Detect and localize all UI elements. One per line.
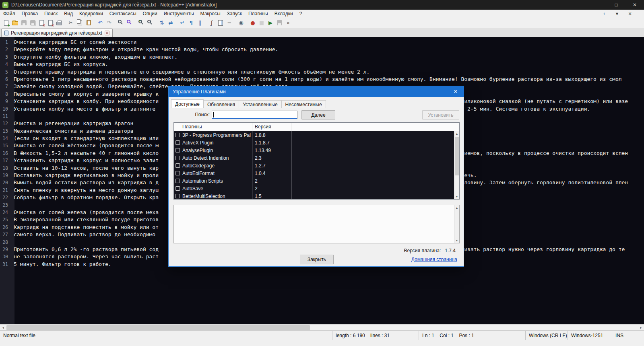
tab-list-button[interactable]: ▼: [614, 11, 620, 16]
scroll-down-arrow-icon[interactable]: [454, 194, 459, 199]
line-number: 26: [0, 224, 11, 231]
scroll-up-arrow-icon[interactable]: [454, 131, 459, 136]
replace-icon[interactable]: [125, 19, 134, 27]
file-tab[interactable]: Регенерация картриджей для гейзера.txt ✕: [1, 29, 113, 37]
plugin-checkbox[interactable]: [175, 186, 180, 191]
plugin-search-input[interactable]: [212, 111, 297, 119]
print-icon[interactable]: [55, 19, 64, 27]
save-macro-icon[interactable]: [275, 19, 284, 27]
monitoring-icon[interactable]: ◉: [237, 19, 246, 27]
tab-close-icon[interactable]: ✕: [105, 31, 109, 35]
toolbar-separator: [204, 19, 207, 27]
zoom-out-icon[interactable]: [146, 19, 155, 27]
dialog-tab-0[interactable]: Доступные: [171, 99, 204, 108]
plugin-checkbox[interactable]: [175, 171, 180, 175]
cut-icon[interactable]: ✂: [66, 19, 75, 27]
scroll-down-arrow-icon[interactable]: [454, 238, 459, 243]
run-macro-multiple-icon[interactable]: »: [284, 19, 293, 27]
plugin-row[interactable]: AnalysePlugin1.13.49: [174, 146, 459, 154]
plugin-row[interactable]: Auto Detect Indention2.3: [174, 154, 459, 162]
undo-icon[interactable]: ↶: [96, 19, 105, 27]
column-header-plugins[interactable]: Плагины: [174, 123, 252, 131]
scroll-up-arrow-icon[interactable]: [454, 205, 459, 210]
plugin-checkbox[interactable]: [175, 163, 180, 168]
copy-icon[interactable]: [75, 19, 84, 27]
document-map-icon[interactable]: [216, 19, 225, 27]
plugin-checkbox[interactable]: [175, 179, 180, 183]
stop-macro-icon[interactable]: ■: [257, 19, 266, 27]
menu-item-5[interactable]: Синтаксисы: [106, 10, 140, 18]
save-file-icon[interactable]: [19, 19, 28, 27]
close-window-button[interactable]: ✕: [625, 0, 644, 10]
plugin-checkbox[interactable]: [175, 133, 180, 137]
plugin-row[interactable]: ActiveX Plugin1.1.8.7: [174, 139, 459, 146]
find-icon[interactable]: [116, 19, 125, 27]
close-file-icon[interactable]: [37, 19, 46, 27]
redo-icon[interactable]: ↷: [105, 19, 114, 27]
dialog-tab-1[interactable]: Обновления: [204, 100, 239, 108]
status-encoding[interactable]: Windows-1251: [568, 331, 612, 340]
scroll-left-arrow-icon[interactable]: [0, 325, 6, 331]
close-all-icon[interactable]: [46, 19, 55, 27]
menu-item-1[interactable]: Правка: [19, 10, 41, 18]
dialog-close-icon[interactable]: ✕: [448, 86, 464, 97]
function-list-icon[interactable]: ƒ: [207, 19, 216, 27]
description-scrollbar[interactable]: [454, 205, 459, 243]
restore-button[interactable]: □: [607, 0, 625, 10]
plugin-version: 2: [252, 186, 291, 192]
record-macro-icon[interactable]: ●: [248, 19, 257, 27]
document-list-icon[interactable]: ≡: [225, 19, 234, 27]
new-file-icon[interactable]: [2, 19, 10, 27]
status-insert-mode[interactable]: INS: [612, 331, 644, 340]
plugin-list-scrollbar[interactable]: [454, 131, 459, 199]
sync-horizontal-scroll-icon[interactable]: ⇄: [166, 19, 175, 27]
menu-item-10[interactable]: Плагины: [245, 10, 271, 18]
menu-item-3[interactable]: Вид: [61, 10, 76, 18]
menu-item-0[interactable]: Файл: [0, 10, 19, 18]
plugin-checkbox[interactable]: [175, 148, 180, 152]
sync-vertical-scroll-icon[interactable]: ⇅: [157, 19, 166, 27]
plugin-row[interactable]: AutoCodepage1.2.7: [174, 162, 459, 169]
scroll-right-arrow-icon[interactable]: [638, 325, 644, 331]
plugin-list-scroll-thumb[interactable]: [455, 137, 459, 175]
toolbar-separator: [234, 19, 237, 27]
menu-item-11[interactable]: Вкладки: [271, 10, 296, 18]
menu-item-8[interactable]: Макросы: [197, 10, 224, 18]
column-header-version[interactable]: Версия: [252, 123, 291, 131]
menu-item-9[interactable]: Запуск: [224, 10, 246, 18]
zoom-in-icon[interactable]: [137, 19, 146, 27]
menu-item-7[interactable]: Инструменты: [161, 10, 197, 18]
play-macro-icon[interactable]: ▶: [266, 19, 275, 27]
plugin-row[interactable]: AutoSave2: [174, 185, 459, 192]
paste-icon[interactable]: [84, 19, 93, 27]
dialog-tab-2[interactable]: Установленные: [239, 100, 281, 108]
plugin-checkbox[interactable]: [175, 156, 180, 160]
plugin-row[interactable]: 3P - Progress Programmers Pal1.8.8: [174, 131, 459, 139]
menu-item-4[interactable]: Кодировки: [76, 10, 106, 18]
indent-guide-icon[interactable]: ∥: [196, 19, 204, 27]
plugin-checkbox[interactable]: [175, 140, 180, 145]
menu-item-6[interactable]: Опции: [140, 10, 161, 18]
horizontal-scroll-thumb[interactable]: [6, 325, 310, 330]
plugin-name: BetterMultiSelection: [182, 194, 225, 199]
new-tab-button[interactable]: +: [601, 11, 607, 16]
plugin-row[interactable]: Automation Scripts2: [174, 177, 459, 185]
status-eol-format[interactable]: Windows (CR LF): [525, 331, 568, 340]
close-tab-button[interactable]: ✕: [627, 11, 633, 16]
show-all-characters-icon[interactable]: ¶: [187, 19, 196, 27]
open-file-icon[interactable]: [10, 19, 19, 27]
install-button[interactable]: Установить: [422, 110, 459, 119]
horizontal-scrollbar[interactable]: [0, 324, 644, 330]
plugin-row[interactable]: AutoEolFormat1.0.4: [174, 169, 459, 177]
save-all-icon[interactable]: [28, 19, 37, 27]
menu-item-12[interactable]: ?: [296, 10, 305, 18]
dialog-close-button[interactable]: Закрыть: [300, 255, 334, 264]
plugin-checkbox[interactable]: [175, 194, 180, 198]
dialog-tab-3[interactable]: Несовместимые: [282, 100, 326, 108]
minimize-button[interactable]: –: [588, 0, 607, 10]
word-wrap-icon[interactable]: ↵: [178, 19, 187, 27]
menu-item-2[interactable]: Поиск: [41, 10, 61, 18]
next-button[interactable]: Далее: [301, 110, 335, 119]
home-page-link[interactable]: Домашняя страница: [411, 257, 457, 262]
plugin-row[interactable]: BetterMultiSelection1.5: [174, 192, 459, 199]
